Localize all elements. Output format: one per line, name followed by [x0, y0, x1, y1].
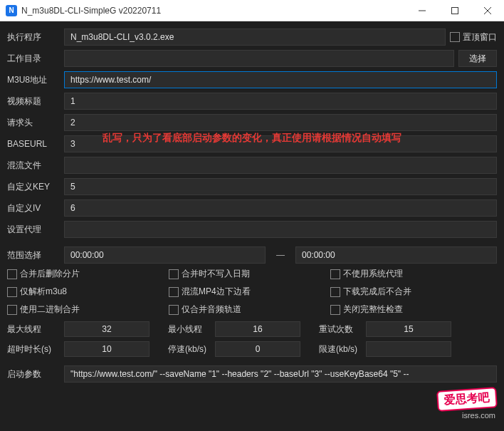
startargs-input[interactable] — [64, 365, 497, 383]
retry-input[interactable] — [366, 321, 451, 337]
check-disable-integrity[interactable]: 关闭完整性检查 — [330, 303, 492, 316]
check-delete-after-merge[interactable]: 合并后删除分片 — [7, 268, 169, 280]
minthread-input[interactable] — [215, 321, 300, 337]
window-title: N_m3u8DL-CLI-SimpleG v20220711 — [21, 6, 406, 16]
checkbox-icon — [7, 287, 17, 297]
checkbox-icon — [169, 287, 179, 297]
watermark-stamp: 爱思考吧 — [436, 387, 498, 412]
key-input[interactable] — [64, 178, 497, 195]
label-baseurl: BASEURL — [7, 139, 60, 149]
label-title: 视频标题 — [7, 95, 60, 108]
maximize-button[interactable] — [439, 0, 471, 21]
check-audio-only-merge[interactable]: 仅合并音频轨道 — [169, 303, 330, 316]
checkbox-icon — [330, 269, 340, 279]
check-parse-only[interactable]: 仅解析m3u8 — [7, 286, 169, 298]
label-stopspeed: 停速(kb/s) — [168, 343, 211, 355]
label-exec: 执行程序 — [7, 31, 60, 43]
range-separator: — — [270, 250, 291, 260]
titlebar: N N_m3u8DL-CLI-SimpleG v20220711 — [0, 0, 504, 21]
proxy-input[interactable] — [64, 221, 497, 238]
check-label: 合并时不写入日期 — [182, 268, 250, 280]
content-area: 执行程序 置顶窗口 工作目录 选择 M3U8地址 视频标题 请求头 BASEUR… — [0, 21, 504, 431]
label-key: 自定义KEY — [7, 181, 60, 193]
check-no-merge-after-dl[interactable]: 下载完成后不合并 — [330, 286, 492, 298]
topmost-toggle[interactable]: 置顶窗口 — [450, 31, 497, 43]
workdir-input[interactable] — [64, 50, 454, 67]
muxset-input[interactable] — [64, 157, 497, 174]
close-button[interactable] — [471, 0, 504, 21]
check-no-system-proxy[interactable]: 不使用系统代理 — [330, 268, 492, 280]
label-retry: 重试次数 — [319, 323, 362, 336]
label-workdir: 工作目录 — [7, 53, 60, 65]
range-to-input[interactable] — [295, 246, 497, 264]
checkbox-icon — [169, 269, 179, 279]
check-binary-merge[interactable]: 使用二进制合并 — [7, 303, 169, 316]
watermark-sub: isres.com — [462, 411, 495, 420]
label-timeout: 超时时长(s) — [7, 343, 60, 355]
check-label: 仅解析m3u8 — [20, 286, 67, 298]
reqhead-input[interactable] — [64, 114, 497, 131]
topmost-label: 置顶窗口 — [463, 31, 497, 43]
label-range: 范围选择 — [7, 249, 60, 261]
label-reqhead: 请求头 — [7, 117, 60, 129]
m3u8-input[interactable] — [64, 71, 497, 88]
minimize-button[interactable] — [406, 0, 439, 21]
check-label: 不使用系统代理 — [343, 268, 403, 280]
check-label: 下载完成后不合并 — [343, 286, 411, 298]
checkbox-icon — [7, 269, 17, 279]
label-iv: 自定义IV — [7, 202, 60, 214]
maxspeed-input[interactable] — [366, 341, 451, 357]
title-input[interactable] — [64, 93, 497, 110]
checkbox-icon — [330, 305, 340, 315]
check-mux-mp4-live[interactable]: 混流MP4边下边看 — [169, 286, 330, 298]
label-maxthread: 最大线程 — [7, 323, 60, 336]
check-label: 混流MP4边下边看 — [182, 286, 251, 298]
check-label: 合并后删除分片 — [20, 268, 80, 280]
checkbox-icon — [450, 32, 460, 42]
exec-input[interactable] — [64, 28, 446, 46]
checkbox-icon — [7, 305, 17, 315]
stopspeed-input[interactable] — [215, 341, 300, 357]
timeout-input[interactable] — [64, 341, 149, 357]
label-m3u8: M3U8地址 — [7, 74, 60, 86]
app-icon: N — [6, 5, 17, 16]
range-from-input[interactable] — [64, 246, 266, 264]
label-minthread: 最小线程 — [168, 323, 211, 336]
check-no-date-on-merge[interactable]: 合并时不写入日期 — [169, 268, 330, 280]
label-maxspeed: 限速(kb/s) — [319, 343, 362, 355]
label-proxy: 设置代理 — [7, 224, 60, 236]
iv-input[interactable] — [64, 199, 497, 217]
check-label: 使用二进制合并 — [20, 303, 80, 316]
label-muxset: 混流文件 — [7, 160, 60, 172]
svg-rect-0 — [452, 7, 458, 14]
baseurl-input[interactable] — [64, 135, 497, 152]
checkbox-icon — [330, 287, 340, 297]
maxthread-input[interactable] — [64, 321, 149, 337]
check-label: 仅合并音频轨道 — [182, 303, 241, 316]
checkbox-icon — [169, 305, 179, 315]
choose-button[interactable]: 选择 — [458, 50, 497, 67]
label-startargs: 启动参数 — [7, 368, 60, 380]
check-label: 关闭完整性检查 — [343, 303, 403, 316]
